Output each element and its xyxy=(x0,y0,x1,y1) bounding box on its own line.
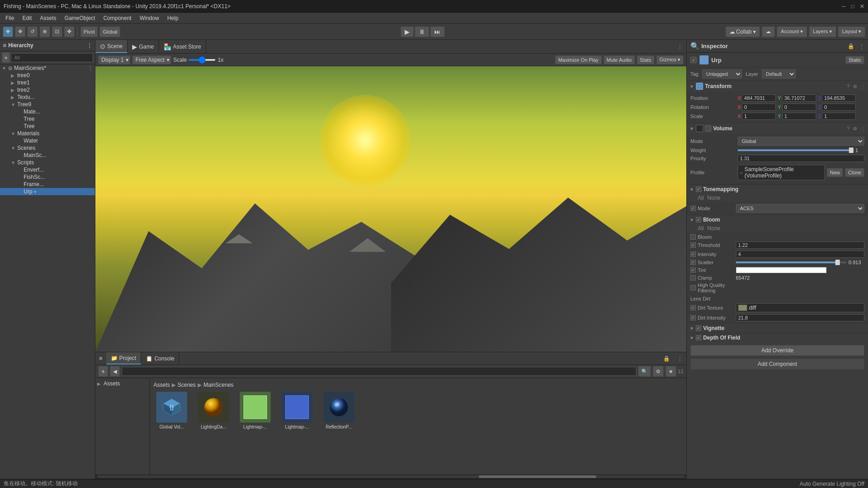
bc-scenes[interactable]: Scenes xyxy=(178,382,196,388)
intensity-input[interactable] xyxy=(736,251,864,258)
project-fav-btn[interactable]: ★ xyxy=(665,366,676,377)
profile-ref[interactable]: ○ SampleSceneProfile (VolumeProfile) xyxy=(738,165,825,180)
tint-swatch[interactable] xyxy=(736,267,827,273)
tool-transform[interactable]: ⊡ xyxy=(52,26,62,37)
play-btn[interactable]: ▶ xyxy=(401,26,414,37)
asset-lightmap-1[interactable]: Lightmap-... xyxy=(237,392,273,429)
tree-item-tree-c2[interactable]: Tree xyxy=(0,123,95,130)
vignette-check[interactable]: ✓ xyxy=(696,325,701,331)
add-override-btn[interactable]: Add Override xyxy=(690,345,864,356)
tab-project[interactable]: 📁 Project xyxy=(106,352,141,365)
bc-assets[interactable]: Assets xyxy=(154,382,170,388)
menu-gameobject[interactable]: GameObject xyxy=(61,14,99,22)
tag-select[interactable]: Untagged xyxy=(702,69,742,79)
dof-header[interactable]: ▼ ✓ Depth Of Field xyxy=(687,333,868,342)
bloom-all[interactable]: All xyxy=(698,225,704,232)
clamp-check[interactable] xyxy=(690,275,696,281)
dof-check[interactable]: ✓ xyxy=(696,335,701,340)
sc-z-input[interactable] xyxy=(822,113,856,120)
asset-lighting[interactable]: LightingDa... xyxy=(195,392,232,429)
rot-z-input[interactable] xyxy=(822,104,856,111)
display-dropdown[interactable]: Display 1 ▾ xyxy=(98,55,130,64)
tab-console[interactable]: 📋 Console xyxy=(141,352,179,365)
dirt-intensity-check[interactable]: ✓ xyxy=(690,315,696,320)
tab-game[interactable]: ▶ Game xyxy=(128,40,159,53)
tonemapping-none[interactable]: None xyxy=(707,195,720,201)
tree-item-scripts[interactable]: ▼ Scripts xyxy=(0,159,95,166)
tree-item-tree1[interactable]: ▶ tree1 xyxy=(0,79,95,86)
tree-item-materials[interactable]: ▼ Materials xyxy=(0,130,95,137)
transform-menu-icon[interactable]: ⋮ xyxy=(861,84,865,89)
tree-item-mate[interactable]: Mate... xyxy=(0,108,95,115)
vignette-header[interactable]: ▼ ✓ Vignette xyxy=(687,324,868,333)
tree-item-scene[interactable]: ▼ ⊙ MainScenes* ⋮ xyxy=(0,64,95,72)
tab-scene[interactable]: ⊙ Scene xyxy=(95,40,128,53)
bc-mainscenes[interactable]: MainScenes xyxy=(203,382,233,388)
tree-item-tree-c1[interactable]: Tree xyxy=(0,115,95,123)
tree-item-tree9[interactable]: ▼ Tree9 xyxy=(0,101,95,108)
tree-item-fishsc[interactable]: FishSc... xyxy=(0,173,95,181)
layer-select[interactable]: Default xyxy=(762,69,796,79)
tool-scale[interactable]: ↺ xyxy=(27,26,38,37)
weight-slider-thumb[interactable] xyxy=(849,148,853,153)
project-tree-item-assets[interactable]: ▶ Assets xyxy=(95,380,149,387)
sc-x-input[interactable] xyxy=(742,113,776,120)
maximize-btn[interactable]: □ xyxy=(851,3,854,10)
tm-mode-check[interactable]: ✓ xyxy=(690,206,696,211)
menu-assets[interactable]: Assets xyxy=(36,14,60,22)
hierarchy-search[interactable] xyxy=(11,53,93,62)
profile-clone-btn[interactable]: Clone xyxy=(845,168,864,177)
tool-extra[interactable]: ✤ xyxy=(64,26,74,37)
transform-settings-icon[interactable]: ⚙ xyxy=(853,84,857,89)
hierarchy-menu-icon[interactable]: ⋮ xyxy=(87,42,92,49)
tm-mode-select[interactable]: ACES xyxy=(736,204,864,213)
account-btn[interactable]: Account ▾ xyxy=(777,26,807,37)
volume-menu-icon[interactable]: ⋮ xyxy=(861,126,865,131)
minimize-btn[interactable]: ─ xyxy=(842,3,846,10)
gizmos-btn[interactable]: Gizmos ▾ xyxy=(656,55,684,64)
menu-component[interactable]: Component xyxy=(99,14,135,22)
bloom-header[interactable]: ▼ ✓ Bloom xyxy=(687,215,868,224)
bottom-scrollbar[interactable] xyxy=(95,474,686,479)
step-btn[interactable]: ⏭ xyxy=(430,26,445,37)
tree-item-scenes[interactable]: ▼ Scenes xyxy=(0,144,95,152)
tree-item-tree2[interactable]: ▶ tree2 xyxy=(0,86,95,94)
volume-settings-icon[interactable]: ⚙ xyxy=(853,126,857,131)
menu-edit[interactable]: Edit xyxy=(19,14,35,22)
mode-select[interactable]: Global xyxy=(738,137,864,146)
menu-help[interactable]: Help xyxy=(164,14,182,22)
threshold-input[interactable] xyxy=(736,242,864,249)
dirt-texture-check[interactable]: ✓ xyxy=(690,305,696,311)
menu-window[interactable]: Window xyxy=(136,14,163,22)
scatter-thumb[interactable] xyxy=(835,260,840,265)
scrollbar-thumb[interactable] xyxy=(479,475,596,478)
scene-menu-icon[interactable]: ⋮ xyxy=(88,65,93,71)
volume-enabled[interactable] xyxy=(705,125,711,132)
menu-file[interactable]: File xyxy=(2,14,18,22)
bottom-menu-icon[interactable]: ⋮ xyxy=(674,355,686,362)
project-search[interactable] xyxy=(122,367,636,376)
threshold-check[interactable]: ✓ xyxy=(690,242,696,248)
inspector-scroll[interactable]: ✓ Urp Static Tag Untagged Layer Defau xyxy=(687,53,868,479)
mute-audio-btn[interactable]: Mute Audio xyxy=(604,55,635,64)
sc-y-input[interactable] xyxy=(782,113,816,120)
volume-help-icon[interactable]: ? xyxy=(847,126,849,131)
close-btn[interactable]: ✕ xyxy=(860,3,864,10)
rot-x-input[interactable] xyxy=(742,104,776,111)
asset-global-vol[interactable]: {} Global Vol... xyxy=(154,392,190,429)
add-component-btn[interactable]: Add Component xyxy=(690,359,864,370)
priority-input[interactable] xyxy=(738,155,864,162)
object-enabled-checkbox[interactable]: ✓ xyxy=(690,57,697,63)
tool-rotate[interactable]: ✥ xyxy=(15,26,25,37)
hierarchy-add-btn[interactable]: + xyxy=(2,52,10,63)
hqf-check[interactable] xyxy=(690,285,696,291)
aspect-dropdown[interactable]: Free Aspect ▾ xyxy=(132,55,171,64)
tonemapping-check[interactable]: ✓ xyxy=(696,187,701,192)
tree-item-water[interactable]: Water xyxy=(0,137,95,144)
dirt-texture-ref[interactable]: diff xyxy=(736,303,864,312)
weight-slider-track[interactable] xyxy=(738,149,853,151)
bottom-lock-icon[interactable]: 🔒 xyxy=(660,355,674,362)
pos-y-input[interactable] xyxy=(782,94,816,102)
tree-item-enverf[interactable]: Enverf... xyxy=(0,166,95,173)
collab-btn[interactable]: ☁ Collab ▾ xyxy=(725,26,760,37)
